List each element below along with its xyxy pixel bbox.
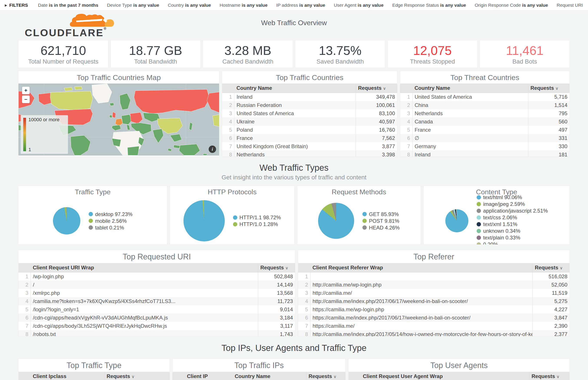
filter-item[interactable]: Origin Response Codeis any value (475, 3, 548, 8)
row-number-header (298, 263, 310, 272)
table-row[interactable]: 3United States of America83,100 (222, 109, 397, 117)
table-row[interactable]: 8Ireland181 (400, 151, 569, 157)
world-map[interactable]: + − 10000 or more 1 i (19, 83, 219, 155)
table-row[interactable]: 1516,028 (298, 272, 569, 281)
page-title: Web Traffic Overview (0, 19, 588, 27)
column-header[interactable]: Client Request User Agent Wrap (361, 372, 529, 380)
cell: 13,568 (258, 289, 295, 297)
cell: https://camilia.me/index.php/2017/06/17/… (310, 314, 533, 322)
cell: /cdn-cgi/apps/body/3Lh52SjWTQ4HRlErJykHq… (31, 322, 258, 330)
row-number: 3 (400, 109, 412, 117)
legend-color-dot (362, 219, 367, 223)
column-header[interactable]: Client Request Referer Wrap (310, 263, 533, 272)
filter-item[interactable]: User Agentis any value (334, 3, 384, 8)
table-row[interactable]: 7/cdn-cgi/apps/body/3Lh52SjWTQ4HRlErJykH… (19, 322, 295, 330)
column-header[interactable]: Requests ∨ (104, 372, 170, 380)
column-header[interactable]: Requests ∨ (306, 372, 346, 380)
column-header[interactable]: Country Name (412, 83, 528, 93)
column-header[interactable]: Country Name (233, 372, 306, 380)
table-row[interactable]: 5/login/?login_only=19,014 (19, 305, 295, 314)
table-row[interactable]: 6/cdn-cgi/apps/head/xVgyKhR-vV3dAUGhMqfB… (19, 314, 295, 322)
legend-color-dot (477, 229, 481, 233)
table-row[interactable]: 1United States of America5,716 (400, 93, 569, 101)
table-row[interactable]: 7Germany330 (400, 142, 569, 151)
table-row[interactable]: 3/xmlrpc.php13,568 (19, 289, 295, 297)
table-row[interactable]: 5France497 (400, 126, 569, 134)
cell: /wp-login.php (31, 272, 258, 281)
zoom-out-button[interactable]: − (22, 95, 30, 103)
panel-title: Traffic Type (19, 186, 167, 198)
filter-item[interactable]: Dateis in the past 7 months (38, 3, 98, 8)
table-row[interactable]: 6∅331 (400, 134, 569, 142)
column-header[interactable]: Requests ∨ (528, 83, 570, 93)
table-row[interactable]: 8Netherlands3,398 (222, 151, 397, 157)
table-row[interactable]: 2China1,514 (400, 101, 569, 109)
row-number: 3 (222, 109, 234, 117)
cell: /camilia.me?token=s3+7k6XQvKwzp5/4XSs4rh… (31, 297, 258, 305)
filter-item[interactable]: Countryis any value (168, 3, 211, 8)
filter-item[interactable]: Request URIis any value (557, 3, 583, 8)
filters-toggle[interactable]: ▶ FILTERS (5, 3, 28, 8)
cell: 181 (528, 151, 570, 157)
column-header[interactable]: Client Ipclass (31, 372, 104, 380)
cell: 3,184 (258, 314, 295, 322)
table-row[interactable]: 7United Kingdom (Great Britain)3,877 (222, 142, 397, 151)
table-row[interactable]: 4Canada560 (400, 117, 569, 126)
table-row[interactable]: 5Poland16,760 (222, 126, 397, 134)
column-header[interactable]: Requests ∨ (529, 372, 570, 380)
legend-gradient-bar (23, 118, 26, 151)
filter-item[interactable]: IP addressis any value (276, 3, 325, 8)
sort-caret-icon: ∨ (555, 86, 558, 91)
top-requested-uri-panel: Top Requested URI Client Request URI Wra… (18, 250, 295, 337)
zoom-in-button[interactable]: + (22, 87, 30, 94)
legend-item: unknown 0.34% (477, 228, 548, 234)
legend-item: GET 85.93% (362, 211, 400, 218)
column-header[interactable]: Requests ∨ (258, 263, 295, 272)
top-traffic-ips-panel: Top Traffic IPs Client IPCountry NameReq… (172, 359, 346, 380)
table-row[interactable]: 8http://camilia.me/index.php/2017/05/14/… (298, 330, 569, 337)
cell: 83,100 (356, 109, 397, 117)
stat-total-bandwidth: 18.77 GBTotal Bandwidth (111, 40, 201, 68)
table-row[interactable]: 4/camilia.me?token=s3+7k6XQvKwzp5/4XSs4r… (19, 297, 295, 305)
table-row[interactable]: 2Russian Federation100,061 (222, 101, 397, 109)
table-row[interactable]: 5https://camilia.me/wp-login.php4,227 (298, 305, 569, 314)
table-row[interactable]: 6https://camilia.me/index.php/2017/06/17… (298, 314, 569, 322)
row-number: 1 (298, 272, 310, 281)
row-number: 2 (222, 101, 234, 109)
cell: 795 (528, 109, 570, 117)
stat-total-requests: 621,710Total Number of Requests (18, 40, 108, 68)
legend-item: desktop 97.23% (89, 211, 132, 218)
table-row[interactable]: 4Ukraine40,597 (222, 117, 397, 126)
column-header[interactable]: Country Name (234, 83, 356, 93)
filter-item[interactable]: Hostnameis any value (220, 3, 268, 8)
column-header[interactable]: Requests ∨ (356, 83, 397, 93)
row-number: 2 (19, 281, 31, 289)
table-row[interactable]: 1/wp-login.php502,848 (19, 272, 295, 281)
table-row[interactable]: 2http://camilia.me/wp-login.php52,050 (298, 281, 569, 289)
table-row[interactable]: 4http://camilia.me/index.php/2017/06/17/… (298, 297, 569, 305)
table-row[interactable]: 1Ireland349,478 (222, 93, 397, 101)
column-header[interactable]: Client IP (185, 372, 233, 380)
filter-item[interactable]: Device Typeis any value (107, 3, 159, 8)
table-row[interactable]: 7https://camilia.me/2,390 (298, 322, 569, 330)
column-header[interactable]: Requests ∨ (533, 263, 570, 272)
cell: Ireland (412, 151, 528, 157)
cell: /xmlrpc.php (31, 289, 258, 297)
cell: Netherlands (234, 151, 356, 157)
legend-item: HTTP/1.0 1.28% (233, 221, 281, 228)
table-row[interactable]: 3http://camilia.me/11,519 (298, 289, 569, 297)
panel-title: Top Traffic Type (19, 359, 170, 372)
panel-title: Top Referer (298, 250, 569, 263)
http-protocols-pie (183, 200, 225, 241)
map-info-icon[interactable]: i (209, 146, 216, 153)
sort-caret-icon: ∨ (560, 266, 563, 270)
column-header[interactable]: Client Request URI Wrap (31, 263, 258, 272)
table-row[interactable]: 3Netherlands795 (400, 109, 569, 117)
row-number: 1 (19, 272, 31, 281)
legend-item: text/plain 0.33% (477, 234, 548, 241)
table-row[interactable]: 8/robots.txt1,743 (19, 330, 295, 337)
table-row[interactable]: 2/14,149 (19, 281, 295, 289)
table-row[interactable]: 6France7,562 (222, 134, 397, 142)
filter-item[interactable]: Edge Response Statusis any value (392, 3, 466, 8)
pie-charts-row: Traffic Type desktop 97.23%mobile 2.56%t… (18, 186, 570, 245)
